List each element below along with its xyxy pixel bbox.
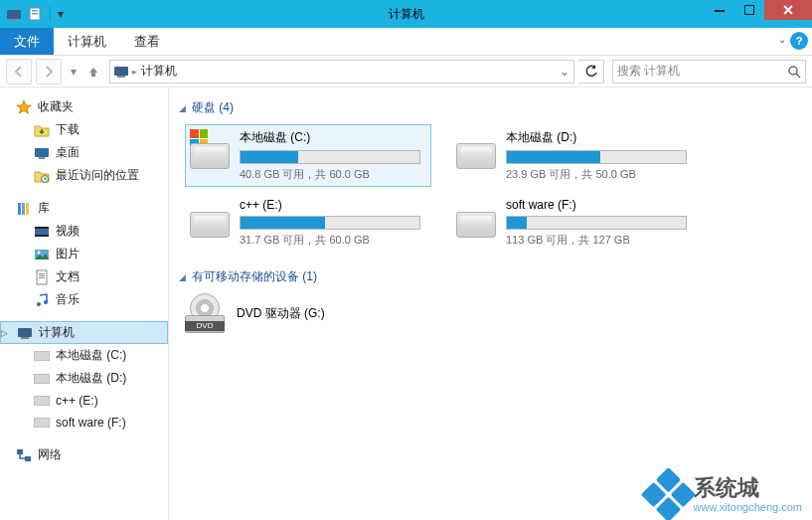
search-input[interactable]: 搜索 计算机 (612, 60, 806, 84)
address-dropdown-icon[interactable]: ⌄ (554, 65, 573, 79)
svg-rect-1 (10, 19, 18, 21)
history-dropdown-icon[interactable]: ▾ (66, 59, 81, 85)
main-pane: ◢ 硬盘 (4) 本地磁盘 (C:)40.8 GB 可用，共 60.0 GB本地… (169, 87, 812, 520)
sidebar-item-label: c++ (E:) (56, 394, 98, 408)
watermark-url: www.xitongcheng.com (694, 501, 802, 513)
sidebar-network[interactable]: 网络 (0, 443, 168, 466)
drive-subtext: 23.9 GB 可用，共 50.0 GB (506, 167, 693, 182)
sidebar-item-label: 视频 (56, 223, 80, 240)
qat-dropdown-icon[interactable]: ▾ (55, 4, 67, 24)
twisty-icon: ▷ (0, 328, 9, 338)
window-controls (705, 0, 812, 28)
watermark-logo-icon (640, 467, 695, 520)
svg-rect-6 (744, 5, 754, 15)
sidebar-item-videos[interactable]: 视频 (0, 220, 168, 243)
sidebar-item-music[interactable]: 音乐 (0, 288, 168, 311)
drive-item[interactable]: 本地磁盘 (D:)23.9 GB 可用，共 50.0 GB (451, 124, 698, 187)
titlebar: ▾ 计算机 (0, 0, 812, 28)
sidebar-item-label: 下载 (56, 121, 80, 138)
svg-rect-32 (34, 396, 50, 406)
svg-rect-11 (35, 148, 49, 157)
tab-computer[interactable]: 计算机 (54, 28, 120, 55)
star-icon (16, 99, 32, 115)
drive-icon (34, 393, 50, 409)
drive-item[interactable]: 本地磁盘 (C:)40.8 GB 可用，共 60.0 GB (185, 124, 431, 187)
watermark: 系统城 www.xitongcheng.com (649, 475, 802, 514)
sidebar-computer[interactable]: ▷ 计算机 (0, 321, 168, 344)
svg-rect-15 (22, 203, 25, 215)
capacity-bar (240, 216, 420, 230)
library-icon (16, 201, 32, 217)
system-icon[interactable] (4, 4, 24, 24)
drive-item[interactable]: c++ (E:)31.7 GB 可用，共 60.0 GB (185, 193, 431, 253)
refresh-button[interactable] (578, 60, 604, 84)
close-button[interactable] (764, 0, 812, 20)
section-hdd-header[interactable]: ◢ 硬盘 (4) (179, 99, 802, 116)
maximize-button[interactable] (734, 0, 764, 20)
capacity-bar (506, 216, 687, 230)
drive-item[interactable]: soft ware (F:)113 GB 可用，共 127 GB (451, 193, 698, 253)
drive-name: 本地磁盘 (C:) (240, 129, 426, 146)
sidebar-item-downloads[interactable]: 下载 (0, 118, 168, 141)
drive-name: c++ (E:) (240, 198, 426, 212)
ribbon: 文件 计算机 查看 ⌄ ? (0, 28, 812, 56)
drive-name: 本地磁盘 (D:) (506, 129, 693, 146)
sidebar-item-label: 文档 (56, 268, 80, 285)
dvd-drive[interactable]: DVD DVD 驱动器 (G:) (185, 293, 802, 333)
address-bar[interactable]: ▸ 计算机 ⌄ (109, 60, 574, 84)
svg-rect-19 (35, 235, 49, 237)
hdd-icon (456, 198, 498, 238)
folder-download-icon (34, 122, 50, 138)
drive-subtext: 113 GB 可用，共 127 GB (506, 233, 693, 248)
minimize-button[interactable] (705, 0, 734, 20)
svg-rect-5 (715, 10, 725, 12)
document-icon (34, 269, 50, 285)
sidebar-item-drive-c[interactable]: 本地磁盘 (C:) (0, 344, 168, 367)
forward-button[interactable] (36, 59, 62, 85)
sidebar-item-desktop[interactable]: 桌面 (0, 141, 168, 164)
svg-rect-24 (39, 275, 45, 276)
sidebar-item-drive-f[interactable]: soft ware (F:) (0, 412, 168, 433)
sidebar-item-label: 库 (38, 200, 50, 217)
sidebar-favorites[interactable]: 收藏夹 (0, 95, 168, 118)
drive-subtext: 31.7 GB 可用，共 60.0 GB (240, 233, 426, 248)
svg-rect-7 (114, 67, 128, 76)
svg-rect-4 (32, 13, 38, 15)
desktop-icon (34, 145, 50, 161)
sidebar-item-documents[interactable]: 文档 (0, 265, 168, 288)
back-button[interactable] (6, 59, 32, 85)
music-icon (34, 292, 50, 308)
navigation-pane: 收藏夹 下载 桌面 最近访问的位置 库 视频 (0, 87, 169, 520)
sidebar-item-label: 最近访问的位置 (56, 167, 139, 184)
capacity-bar (240, 150, 420, 164)
sidebar-item-label: 音乐 (56, 291, 80, 308)
ribbon-expand-icon[interactable]: ⌄ (778, 34, 786, 45)
up-button[interactable] (85, 59, 101, 85)
search-icon (787, 65, 801, 79)
sidebar-item-drive-d[interactable]: 本地磁盘 (D:) (0, 367, 168, 390)
help-button[interactable]: ? (790, 32, 808, 50)
drive-icon (34, 371, 50, 387)
svg-rect-8 (117, 76, 125, 78)
properties-icon[interactable] (26, 4, 46, 24)
content-area: 收藏夹 下载 桌面 最近访问的位置 库 视频 (0, 87, 812, 520)
svg-rect-16 (26, 203, 29, 215)
drive-subtext: 40.8 GB 可用，共 60.0 GB (240, 167, 426, 182)
svg-line-10 (796, 74, 800, 78)
hdd-icon (190, 129, 232, 169)
address-text: 计算机 (137, 63, 554, 80)
svg-point-27 (44, 300, 48, 304)
file-tab[interactable]: 文件 (0, 28, 54, 55)
sidebar-libraries[interactable]: 库 (0, 197, 168, 220)
svg-rect-34 (17, 449, 23, 454)
drive-name: soft ware (F:) (506, 198, 693, 212)
sidebar-item-pictures[interactable]: 图片 (0, 243, 168, 265)
sidebar-item-drive-e[interactable]: c++ (E:) (0, 390, 168, 412)
sidebar-item-recent[interactable]: 最近访问的位置 (0, 164, 168, 187)
drive-icon (34, 348, 50, 364)
watermark-brand: 系统城 (694, 476, 802, 500)
network-icon (16, 447, 32, 463)
tab-view[interactable]: 查看 (120, 28, 174, 55)
section-label: 有可移动存储的设备 (1) (192, 268, 317, 285)
section-removable-header[interactable]: ◢ 有可移动存储的设备 (1) (179, 268, 802, 285)
